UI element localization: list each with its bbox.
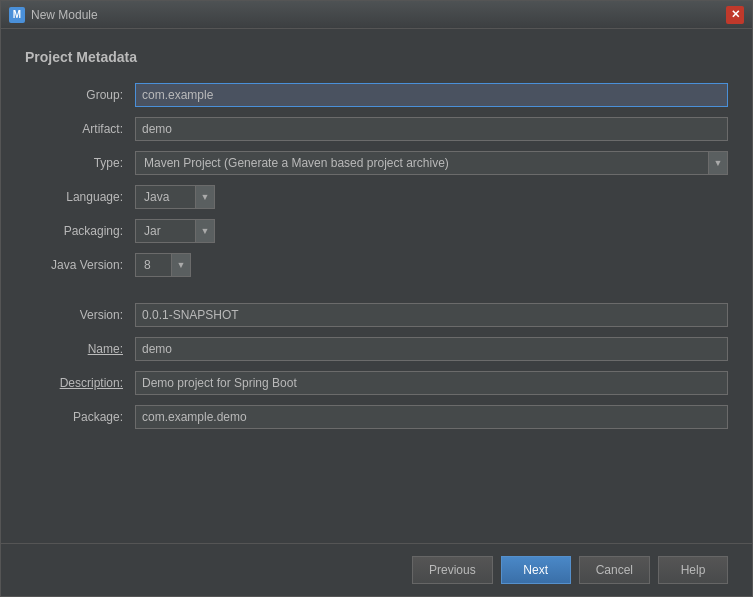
- package-label: Package:: [25, 410, 135, 424]
- chevron-down-icon: ▼: [177, 260, 186, 270]
- help-button[interactable]: Help: [658, 556, 728, 584]
- spacer: [25, 287, 135, 293]
- version-input[interactable]: [135, 303, 728, 327]
- close-button[interactable]: ✕: [726, 6, 744, 24]
- chevron-down-icon: ▼: [201, 192, 210, 202]
- section-title: Project Metadata: [25, 49, 728, 65]
- cancel-button[interactable]: Cancel: [579, 556, 650, 584]
- artifact-input[interactable]: [135, 117, 728, 141]
- java-version-value: 8: [135, 253, 171, 277]
- java-version-dropdown-button[interactable]: ▼: [171, 253, 191, 277]
- button-row: Previous Next Cancel Help: [1, 543, 752, 596]
- group-label: Group:: [25, 88, 135, 102]
- name-input[interactable]: [135, 337, 728, 361]
- next-button[interactable]: Next: [501, 556, 571, 584]
- type-dropdown-button[interactable]: ▼: [708, 151, 728, 175]
- packaging-container: Jar ▼: [135, 219, 728, 243]
- form-grid: Group: Artifact: Type: Maven Project (Ge…: [25, 83, 728, 429]
- description-label: Description:: [25, 376, 135, 390]
- chevron-down-icon: ▼: [201, 226, 210, 236]
- version-label: Version:: [25, 308, 135, 322]
- type-container: Maven Project (Generate a Maven based pr…: [135, 151, 728, 175]
- package-input[interactable]: [135, 405, 728, 429]
- java-version-container: 8 ▼: [135, 253, 728, 277]
- packaging-label: Packaging:: [25, 224, 135, 238]
- language-dropdown-button[interactable]: ▼: [195, 185, 215, 209]
- name-label: Name:: [25, 342, 135, 356]
- type-value: Maven Project (Generate a Maven based pr…: [135, 151, 708, 175]
- description-input[interactable]: [135, 371, 728, 395]
- type-label: Type:: [25, 156, 135, 170]
- java-version-label: Java Version:: [25, 258, 135, 272]
- empty-space: [25, 429, 728, 523]
- window-icon: M: [9, 7, 25, 23]
- previous-button[interactable]: Previous: [412, 556, 493, 584]
- group-input[interactable]: [135, 83, 728, 107]
- title-bar: M New Module ✕: [1, 1, 752, 29]
- spacer2: [135, 287, 728, 293]
- chevron-down-icon: ▼: [714, 158, 723, 168]
- language-label: Language:: [25, 190, 135, 204]
- language-value: Java: [135, 185, 195, 209]
- packaging-value: Jar: [135, 219, 195, 243]
- close-icon: ✕: [731, 8, 740, 21]
- language-container: Java ▼: [135, 185, 728, 209]
- new-module-window: M New Module ✕ Project Metadata Group: A…: [0, 0, 753, 597]
- window-title: New Module: [31, 8, 726, 22]
- packaging-dropdown-button[interactable]: ▼: [195, 219, 215, 243]
- artifact-label: Artifact:: [25, 122, 135, 136]
- content-area: Project Metadata Group: Artifact: Type: …: [1, 29, 752, 543]
